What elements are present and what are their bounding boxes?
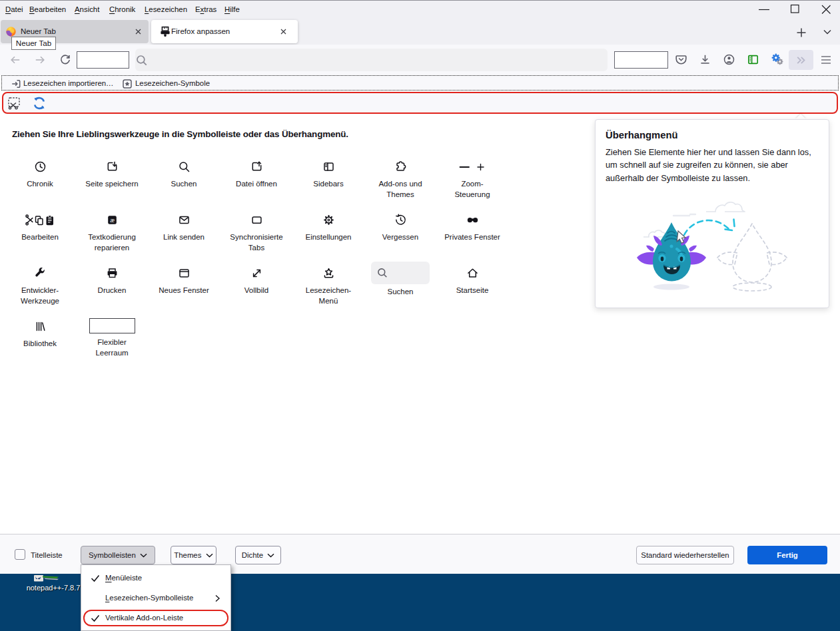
svg-text:æ: æ — [110, 216, 115, 224]
